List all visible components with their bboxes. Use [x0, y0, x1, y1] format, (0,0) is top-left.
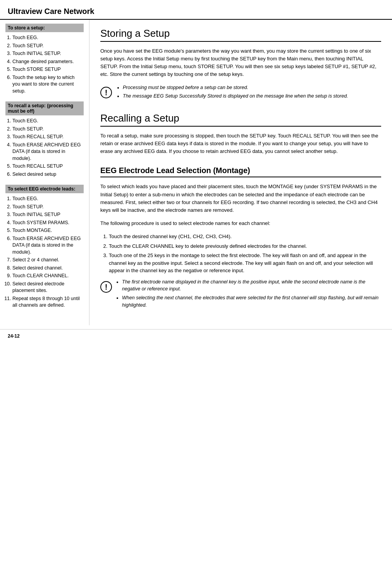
page-content: To store a setup: Touch EEG. Touch SETUP…	[0, 20, 392, 325]
exclamation-icon-2: !	[100, 278, 111, 293]
sidebar-recall-header: To recall a setup: (processing must be o…	[5, 101, 84, 115]
eeg-step-1: Touch the desired channel key (CH1, CH2,…	[109, 233, 381, 240]
sidebar-leads-header: To select EEG electrode leads:	[5, 185, 84, 193]
main-content: Storing a Setup Once you have set the EE…	[89, 20, 392, 325]
section-eeg-electrode: EEG Electrode Lead Selection (Montage) T…	[100, 166, 381, 310]
list-item: Select desired channel.	[12, 265, 84, 272]
sidebar-recall-list: Touch EEG. Touch SETUP. Touch RECALL SET…	[12, 118, 84, 178]
exclamation-icon: !	[100, 84, 112, 98]
page-header: Ultraview Care Network	[0, 0, 392, 20]
section-eeg-divider	[100, 177, 381, 177]
eeg-note-item-1: The first electrode name displayed in th…	[122, 278, 381, 293]
list-item: Touch EEG.	[12, 118, 84, 125]
list-item: Touch INITIAL SETUP.	[12, 50, 84, 57]
list-item: Touch EEG.	[12, 34, 84, 41]
section-storing: Storing a Setup Once you have set the EE…	[100, 27, 381, 101]
list-item: Touch ERASE ARCHIVED EEG DATA (if data i…	[12, 142, 84, 162]
sidebar-section-leads: To select EEG electrode leads: Touch EEG…	[5, 185, 84, 309]
sidebar-section-store: To store a setup: Touch EEG. Touch SETUP…	[5, 24, 84, 94]
eeg-note-content: The first electrode name displayed in th…	[116, 278, 381, 311]
sidebar-store-list: Touch EEG. Touch SETUP. Touch INITIAL SE…	[12, 34, 84, 94]
list-item: Touch EEG.	[12, 196, 84, 203]
list-item: Touch RECALL SETUP	[12, 163, 84, 170]
list-item: Touch SETUP.	[12, 43, 84, 50]
page-footer: 24-12	[0, 329, 392, 343]
eeg-note-item-2: When selecting the next channel, the ele…	[122, 294, 381, 309]
list-item: Touch SETUP.	[12, 126, 84, 133]
section-storing-divider	[100, 41, 381, 42]
list-item: Select desired electrode placement sites…	[12, 281, 84, 294]
section-recalling: Recalling a Setup To recall a setup, mak…	[100, 112, 381, 155]
list-item: Select desired setup	[12, 171, 84, 178]
list-item: Touch SETUP.	[12, 204, 84, 211]
list-item: Select 2 or 4 channel.	[12, 257, 84, 264]
storing-note-item-1: Processing must be stopped before a setu…	[123, 84, 348, 91]
section-eeg-title: EEG Electrode Lead Selection (Montage)	[100, 166, 381, 175]
sidebar-section-recall: To recall a setup: (processing must be o…	[5, 101, 84, 178]
eeg-note-box: ! The first electrode name displayed in …	[100, 278, 381, 311]
section-eeg-body2: The following procedure is used to selec…	[100, 220, 381, 227]
storing-note-item-2: The message EEG Setup Successfully Store…	[123, 93, 348, 100]
section-recalling-divider	[100, 126, 381, 127]
page-number: 24-12	[8, 333, 20, 339]
list-item: Touch STORE SETUP	[12, 66, 84, 73]
eeg-steps-list: Touch the desired channel key (CH1, CH2,…	[109, 233, 381, 275]
storing-note-box: ! Processing must be stopped before a se…	[100, 84, 381, 102]
sidebar-store-header: To store a setup:	[5, 24, 84, 32]
list-item: Touch MONTAGE.	[12, 227, 84, 234]
page-title: Ultraview Care Network	[8, 7, 94, 15]
list-item: Change desired parameters.	[12, 58, 84, 65]
section-storing-body: Once you have set the EEG module's param…	[100, 47, 381, 79]
list-item: Touch CLEAR CHANNEL.	[12, 273, 84, 280]
sidebar-leads-list: Touch EEG. Touch SETUP. Touch INITIAL SE…	[12, 196, 84, 309]
list-item: Touch the setup key to which you want to…	[12, 74, 84, 95]
section-eeg-body1: To select which leads you have placed an…	[100, 183, 381, 214]
section-storing-title: Storing a Setup	[100, 27, 381, 39]
section-recalling-body: To recall a setup, make sure processing …	[100, 132, 381, 155]
section-recalling-title: Recalling a Setup	[100, 112, 381, 124]
eeg-step-3: Touch one of the 25 keys in the montage …	[109, 252, 381, 275]
list-item: Touch SYSTEM PARAMS.	[12, 220, 84, 227]
list-item: Touch INITIAL SETUP	[12, 211, 84, 218]
sidebar: To store a setup: Touch EEG. Touch SETUP…	[0, 20, 89, 325]
storing-note-content: Processing must be stopped before a setu…	[117, 84, 348, 102]
list-item: Touch ERASE ARCHIVED EEG DATA (if data i…	[12, 235, 84, 256]
list-item: Touch RECALL SETUP.	[12, 134, 84, 141]
eeg-step-2: Touch the CLEAR CHANNEL key to delete pr…	[109, 242, 381, 250]
list-item: Repeat steps 8 through 10 until all chan…	[12, 295, 84, 309]
